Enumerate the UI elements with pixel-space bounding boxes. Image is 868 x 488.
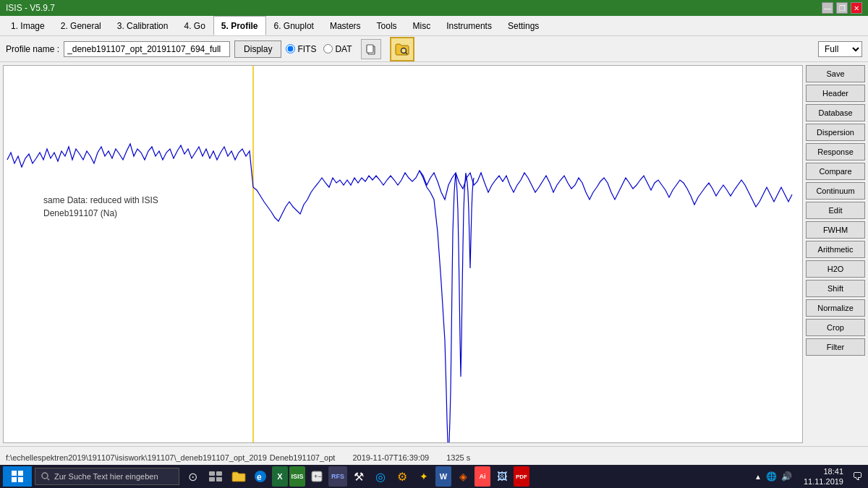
browser-icon[interactable]: ◎: [370, 466, 391, 487]
save-button[interactable]: Save: [806, 65, 865, 82]
notification-icon[interactable]: 🗨: [849, 471, 865, 482]
menu-profile[interactable]: 5. Profile: [213, 16, 266, 35]
menu-misc[interactable]: Misc: [405, 16, 439, 35]
svg-text:e: e: [257, 472, 262, 482]
dat-radio[interactable]: [323, 44, 333, 53]
svg-point-2: [401, 48, 406, 53]
file-name: Deneb191107_opt: [270, 453, 336, 462]
system-tray: ▲ 🌐 🔊: [749, 471, 798, 481]
annotation-line1: same Data: reduced with ISIS: [43, 195, 158, 205]
absorption-feature: [420, 171, 456, 442]
minimize-button[interactable]: —: [822, 2, 833, 14]
svg-rect-14: [216, 477, 222, 481]
zoom-dropdown[interactable]: Full 50% 75% 100%: [818, 41, 862, 57]
close-button[interactable]: ✕: [851, 2, 862, 14]
menu-gnuplot[interactable]: 6. Gnuplot: [266, 16, 322, 35]
maximize-button[interactable]: ❐: [836, 2, 848, 14]
tool-icon[interactable]: ⚒: [349, 466, 369, 487]
start-button[interactable]: [3, 466, 32, 487]
chart-area: same Data: reduced with ISIS Deneb191107…: [3, 65, 803, 443]
response-button[interactable]: Response: [806, 143, 865, 160]
clock-date: 11.11.2019: [804, 476, 843, 487]
app-icon-2[interactable]: ✦: [414, 466, 434, 487]
title-bar-controls: — ❐ ✕: [822, 2, 862, 14]
copy-icon-button[interactable]: [361, 39, 381, 59]
svg-text:+−: +−: [314, 473, 322, 480]
taskbar-search[interactable]: Zur Suche Text hier eingeben: [35, 468, 179, 485]
svg-line-10: [48, 479, 50, 481]
network-icon[interactable]: 🌐: [766, 471, 777, 481]
svg-point-9: [42, 473, 48, 479]
display-button[interactable]: Display: [234, 40, 281, 58]
app-icon-1[interactable]: ⚙: [392, 466, 412, 487]
folder-search-icon-button[interactable]: [390, 37, 414, 61]
app-title: ISIS - V5.9.7: [6, 3, 55, 13]
word-icon[interactable]: W: [435, 466, 451, 487]
compare-button[interactable]: Compare: [806, 163, 865, 180]
clock-time: 18:41: [804, 466, 843, 476]
right-sidebar: Save Header Database Dispersion Response…: [806, 62, 868, 446]
file-path: f:\echellespektren2019\191107\isiswork\1…: [6, 453, 267, 462]
isis-icon[interactable]: ISIS: [289, 466, 305, 487]
taskbar-right: ▲ 🌐 🔊 18:41 11.11.2019 🗨: [749, 466, 865, 487]
na-absorption: [456, 173, 474, 377]
menu-general[interactable]: 2. General: [53, 16, 109, 35]
svg-rect-1: [367, 45, 373, 53]
svg-rect-5: [12, 471, 17, 476]
menu-masters[interactable]: Masters: [322, 16, 369, 35]
dat-radio-label[interactable]: DAT: [323, 44, 352, 54]
svg-rect-12: [216, 471, 222, 476]
filter-button[interactable]: Filter: [806, 338, 865, 356]
explorer-icon[interactable]: [229, 466, 249, 487]
arithmetic-button[interactable]: Arithmetic: [806, 241, 865, 258]
menu-go[interactable]: 4. Go: [176, 16, 213, 35]
photos-icon[interactable]: 🖼: [492, 466, 512, 487]
menu-tools[interactable]: Tools: [369, 16, 405, 35]
normalize-button[interactable]: Normalize: [806, 299, 865, 317]
menu-settings[interactable]: Settings: [500, 16, 547, 35]
h2o-button[interactable]: H2O: [806, 260, 865, 278]
crop-button[interactable]: Crop: [806, 319, 865, 336]
tray-arrow[interactable]: ▲: [754, 473, 762, 481]
main-content: same Data: reduced with ISIS Deneb191107…: [0, 62, 868, 446]
menu-calibration[interactable]: 3. Calibration: [109, 16, 176, 35]
ai-app-icon[interactable]: Ai: [475, 466, 490, 487]
app-icon-3[interactable]: ◈: [453, 466, 473, 487]
continuum-button[interactable]: Continuum: [806, 182, 865, 200]
taskbar-app-icons: e X ISIS +− RFS ⚒ ◎ ⚙ ✦ W ◈ A: [229, 466, 529, 487]
annotation-line2: Deneb191107 (Na): [43, 208, 117, 218]
fits-radio[interactable]: [286, 44, 295, 53]
format-radio-group: FITS DAT: [286, 44, 352, 54]
svg-rect-6: [18, 471, 23, 476]
header-button[interactable]: Header: [806, 85, 865, 102]
calc-icon[interactable]: +−: [307, 466, 327, 487]
profile-name-input[interactable]: [64, 41, 230, 57]
edit-button[interactable]: Edit: [806, 202, 865, 219]
menu-bar: 1. Image 2. General 3. Calibration 4. Go…: [0, 16, 868, 36]
svg-rect-13: [209, 477, 215, 481]
svg-rect-7: [12, 477, 17, 482]
excel-icon[interactable]: X: [272, 466, 288, 487]
taskbar: Zur Suche Text hier eingeben ⊙ e X ISIS …: [0, 465, 868, 488]
pdf-icon[interactable]: PDF: [514, 466, 529, 487]
svg-rect-11: [209, 471, 215, 476]
duration: 1325 s: [446, 453, 470, 462]
svg-rect-8: [18, 477, 23, 482]
cortana-icon[interactable]: ⊙: [182, 466, 203, 487]
fwhm-button[interactable]: FWHM: [806, 221, 865, 239]
clock[interactable]: 18:41 11.11.2019: [801, 466, 846, 487]
timestamp: 2019-11-07T16:39:09: [352, 453, 429, 462]
menu-instruments[interactable]: Instruments: [438, 16, 500, 35]
spectrum-line: [7, 144, 792, 221]
dispersion-button[interactable]: Dispersion: [806, 124, 865, 141]
spectrum-chart: same Data: reduced with ISIS Deneb191107…: [4, 66, 802, 442]
edge-icon[interactable]: e: [250, 466, 271, 487]
menu-image[interactable]: 1. Image: [3, 16, 53, 35]
toolbar: Profile name : Display FITS DAT Full 50%…: [0, 36, 868, 62]
volume-icon[interactable]: 🔊: [781, 471, 792, 481]
database-button[interactable]: Database: [806, 104, 865, 121]
task-view-icon[interactable]: [205, 466, 226, 487]
fits-radio-label[interactable]: FITS: [286, 44, 316, 54]
shift-button[interactable]: Shift: [806, 280, 865, 297]
spectrum-app-icon[interactable]: RFS: [328, 466, 347, 487]
